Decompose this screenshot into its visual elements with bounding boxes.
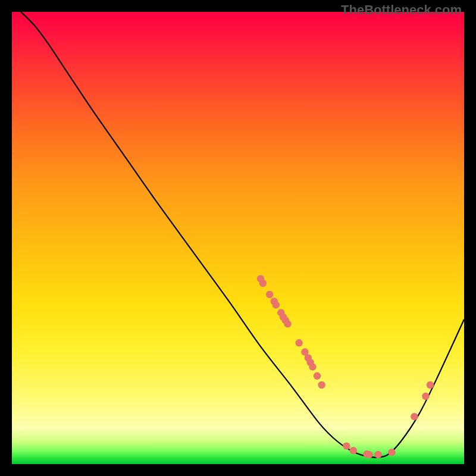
data-point <box>350 447 357 454</box>
data-point <box>314 372 321 380</box>
data-point <box>309 363 316 370</box>
data-point <box>273 301 280 308</box>
data-point <box>374 451 381 458</box>
data-point <box>411 413 418 420</box>
bottleneck-curve <box>21 12 464 458</box>
data-point <box>427 381 434 389</box>
data-point <box>295 339 302 346</box>
data-point <box>266 291 273 298</box>
data-point <box>343 442 350 449</box>
data-point <box>318 381 325 389</box>
data-point <box>388 449 395 456</box>
data-points-group <box>257 275 434 458</box>
data-point <box>259 280 267 287</box>
watermark-text: TheBottleneck.com <box>341 2 462 18</box>
chart-svg <box>12 12 464 464</box>
plot-area <box>12 12 464 464</box>
data-point <box>422 393 429 400</box>
data-point <box>284 320 291 327</box>
data-point <box>365 451 372 458</box>
